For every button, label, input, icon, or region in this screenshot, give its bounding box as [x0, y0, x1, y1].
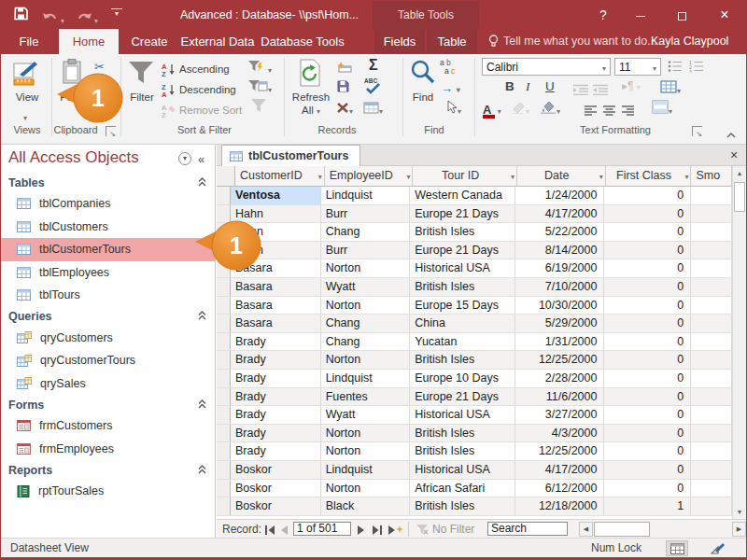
underline-button[interactable]: U [545, 79, 555, 93]
tab-fields[interactable]: Fields [374, 29, 425, 54]
cell-smo[interactable] [691, 370, 732, 387]
cell-customerid[interactable]: Ventosa [231, 187, 321, 204]
nav-item-tblcustomertours[interactable]: tblCustomerTours [1, 238, 215, 261]
vertical-scroll-thumb[interactable] [734, 182, 745, 212]
delete-record-icon[interactable] [336, 101, 353, 118]
find-button[interactable]: Find [408, 91, 438, 103]
cell-employeeid[interactable]: Norton [321, 425, 411, 442]
cell-date[interactable]: 11/6/2000 [515, 388, 605, 406]
record-selector[interactable] [217, 278, 231, 296]
background-fill-icon[interactable] [540, 100, 560, 118]
refresh-all-button[interactable]: Refresh [289, 91, 333, 103]
new-record-icon[interactable] [336, 61, 352, 77]
column-filter-dropdown-icon[interactable] [599, 166, 603, 186]
cell-employeeid[interactable]: Fuentes [321, 388, 411, 406]
document-tab-tblcustomertours[interactable]: tblCustomerTours [221, 145, 360, 166]
decrease-indent-icon[interactable] [593, 82, 608, 99]
font-name-combo[interactable]: Calibri [482, 58, 611, 76]
column-filter-dropdown-icon[interactable] [406, 166, 410, 186]
column-header-employeeid[interactable]: EmployeeID [325, 166, 414, 186]
bold-button[interactable]: B [505, 79, 514, 93]
cell-smo[interactable] [691, 259, 732, 277]
cell-date[interactable]: 1/24/2000 [515, 187, 605, 204]
vertical-scrollbar[interactable]: ▲ ▼ [732, 166, 746, 519]
cell-smo[interactable] [691, 315, 732, 332]
column-header-date[interactable]: Date [517, 166, 606, 186]
cell-date[interactable]: 6/12/2000 [515, 480, 605, 497]
sort-descending-button[interactable]: ZA Descending [162, 80, 236, 99]
filter-button[interactable]: Filter [126, 91, 158, 103]
cell-first-class[interactable]: 0 [604, 297, 691, 315]
cell-tour-id[interactable]: African Safari [410, 480, 515, 497]
cell-date[interactable]: 7/10/2000 [515, 278, 605, 296]
nav-menu-icon[interactable]: ▾ [178, 152, 191, 165]
cell-tour-id[interactable]: British Isles [410, 351, 515, 369]
nav-group-header-forms[interactable]: Forms [1, 395, 215, 414]
increase-indent-icon[interactable] [573, 82, 588, 99]
cell-customerid[interactable]: Brady [231, 370, 321, 387]
scroll-right-icon[interactable]: ▶ [732, 522, 746, 537]
record-selector[interactable] [217, 480, 231, 497]
cell-smo[interactable] [691, 205, 732, 223]
cell-employeeid[interactable]: Norton [321, 351, 411, 369]
bullets-icon[interactable] [668, 60, 683, 77]
cell-first-class[interactable]: 0 [604, 187, 691, 204]
tab-create[interactable]: Create [126, 29, 173, 54]
cell-tour-id[interactable]: Europe 21 Days [410, 205, 515, 223]
column-header-tour-id[interactable]: Tour ID [413, 166, 516, 186]
tab-external-data[interactable]: External Data [180, 29, 255, 54]
nav-group-header-queries[interactable]: Queries [1, 307, 215, 327]
cell-customerid[interactable]: Basara [231, 297, 321, 315]
undo-icon[interactable] [42, 9, 59, 26]
redo-dropdown-icon[interactable] [94, 10, 98, 27]
cell-tour-id[interactable]: Yucatan [410, 333, 515, 351]
record-selector[interactable] [217, 297, 231, 315]
tab-table[interactable]: Table [427, 29, 477, 54]
cell-first-class[interactable]: 0 [604, 351, 691, 369]
column-header-first-class[interactable]: First Class [606, 166, 692, 186]
no-filter-icon[interactable] [416, 524, 429, 538]
cell-tour-id[interactable]: Historical USA [410, 406, 515, 424]
cell-tour-id[interactable]: Europe 21 Days [410, 242, 515, 259]
nav-item-tbltours[interactable]: tblTours [1, 284, 215, 307]
close-button[interactable]: × [709, 1, 740, 29]
cell-first-class[interactable]: 0 [604, 425, 691, 442]
maximize-button[interactable] [666, 1, 698, 29]
record-selector[interactable] [217, 442, 231, 460]
cell-date[interactable]: 4/17/2000 [515, 205, 605, 223]
nav-group-header-reports[interactable]: Reports [1, 460, 215, 480]
nav-item-tblcompanies[interactable]: tblCompanies [1, 192, 215, 216]
cell-date[interactable]: 12/18/2000 [515, 497, 605, 515]
record-selector[interactable] [217, 461, 231, 479]
save-record-icon[interactable] [337, 79, 349, 96]
advanced-filter-icon[interactable] [247, 79, 272, 96]
record-selector[interactable] [217, 333, 231, 351]
cell-date[interactable]: 3/27/2000 [515, 406, 605, 424]
cell-tour-id[interactable]: Historical USA [410, 259, 515, 277]
cell-first-class[interactable]: 0 [604, 388, 691, 406]
cell-smo[interactable] [691, 406, 732, 424]
align-left-icon[interactable] [585, 103, 597, 119]
cell-employeeid[interactable]: Norton [321, 259, 411, 277]
cell-first-class[interactable]: 0 [604, 480, 691, 497]
cell-customerid[interactable]: Brady [231, 388, 321, 406]
align-center-icon[interactable] [603, 103, 615, 119]
first-record-icon[interactable] [265, 525, 275, 538]
cell-date[interactable]: 12/25/2000 [515, 351, 605, 369]
horizontal-scroll-thumb[interactable] [594, 522, 650, 537]
save-icon[interactable] [14, 7, 28, 24]
cell-smo[interactable] [691, 187, 732, 204]
cell-employeeid[interactable]: Burr [321, 205, 411, 223]
record-selector[interactable] [217, 351, 231, 369]
cell-tour-id[interactable]: British Isles [410, 278, 515, 296]
cell-employeeid[interactable]: Norton [321, 297, 411, 315]
cell-customerid[interactable]: Boskor [231, 497, 321, 515]
select-all-corner[interactable] [217, 166, 235, 186]
totals-icon[interactable]: Σ [369, 57, 378, 74]
record-selector[interactable] [217, 406, 231, 424]
cell-customerid[interactable]: Basara [231, 315, 321, 332]
spelling-icon[interactable]: ABC [364, 77, 383, 98]
view-button[interactable]: View [8, 91, 46, 103]
previous-record-icon[interactable] [280, 525, 289, 538]
help-button[interactable]: ? [587, 1, 619, 29]
